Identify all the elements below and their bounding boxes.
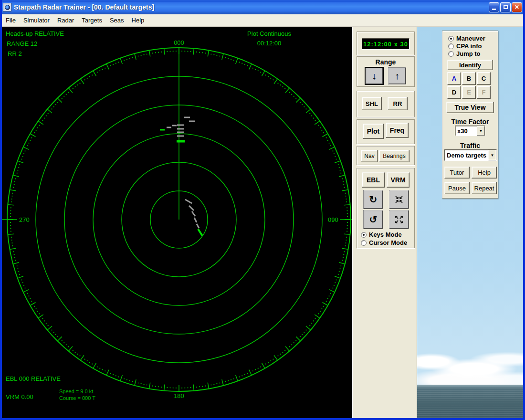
range-down-button[interactable]: ↓ — [366, 68, 383, 84]
bearings-button[interactable]: Bearings — [379, 150, 410, 162]
menu-simulator[interactable]: Simulator — [20, 15, 53, 25]
traffic-label: Traffic — [442, 142, 498, 149]
repeat-button[interactable]: Repeat — [472, 182, 497, 194]
cursor-mode-radio[interactable]: Cursor Mode — [361, 239, 407, 246]
expand-arrows-icon — [394, 215, 404, 224]
rotate-cw-button[interactable]: ↻ — [364, 190, 383, 209]
close-icon[interactable]: ✕ — [512, 2, 522, 12]
radio-icon — [448, 43, 454, 49]
jump-to-label: Jump to — [456, 50, 481, 57]
plot-mode-readout: Plot Continuous — [217, 30, 322, 37]
freq-button[interactable]: Freq — [386, 123, 409, 138]
window-title: Starpath Radar Trainer - [00. Default ta… — [14, 3, 489, 11]
traffic-select[interactable]: Demo targets ▼ — [444, 149, 497, 161]
range-group: Range ↓ ↑ — [357, 56, 415, 87]
clouds-image — [417, 347, 523, 387]
vrm-decrease-button[interactable] — [389, 190, 409, 209]
svg-text:180: 180 — [174, 392, 184, 399]
arrow-up-icon: ↑ — [395, 71, 399, 82]
cursor-mode-label: Cursor Mode — [369, 239, 407, 246]
tutor-button[interactable]: Tutor — [444, 167, 470, 178]
ebl-button[interactable]: EBL — [362, 172, 385, 188]
keys-mode-radio[interactable]: Keys Mode — [361, 231, 402, 238]
jump-to-radio[interactable]: Jump to — [448, 50, 481, 57]
radio-icon — [448, 36, 454, 42]
target-a-button[interactable]: A — [447, 72, 461, 85]
maximize-icon[interactable] — [500, 2, 511, 12]
help-button[interactable]: Help — [472, 167, 497, 178]
range-group-label: Range — [357, 58, 414, 66]
time-factor-label: Time Factor — [442, 118, 498, 126]
plot-button[interactable]: Plot — [363, 124, 384, 139]
contract-arrows-icon — [394, 195, 404, 204]
vrm-readout: VRM 0.00 — [6, 393, 33, 400]
target-c-button[interactable]: C — [477, 72, 491, 85]
rr-button[interactable]: RR — [388, 97, 408, 110]
app-icon — [3, 3, 11, 11]
maneuver-radio[interactable]: Maneuver — [448, 35, 485, 42]
time-factor-value: x30 — [455, 127, 477, 135]
cpa-info-label: CPA info — [456, 42, 482, 50]
ownship-course-readout: Course = 000 T — [59, 395, 95, 401]
range-readout: RANGE 12 — [7, 40, 37, 47]
radar-control-panel: 12:12:00 x 30 Range ↓ ↑ SHL RR Plot Freq… — [352, 27, 417, 418]
ownship-speed-readout: Speed = 9.0 kt — [59, 388, 93, 394]
menu-radar[interactable]: Radar — [53, 15, 78, 25]
vrm-increase-button[interactable] — [389, 210, 409, 229]
radio-icon — [448, 51, 454, 57]
true-view-button[interactable]: True View — [446, 102, 494, 113]
svg-text:270: 270 — [19, 216, 30, 223]
title-bar: Starpath Radar Trainer - [00. Default ta… — [0, 0, 525, 14]
svg-text:090: 090 — [328, 216, 338, 223]
traffic-value: Demo targets — [445, 152, 488, 159]
minimize-icon[interactable] — [489, 2, 499, 12]
plot-time-readout: 00:12:00 — [217, 40, 322, 47]
identify-button[interactable]: Identify — [447, 60, 493, 70]
radio-icon — [361, 232, 367, 238]
rotate-ccw-icon: ↺ — [369, 214, 378, 225]
pause-button[interactable]: Pause — [444, 182, 470, 194]
nav-bearings-group: Nav Bearings — [357, 146, 415, 165]
app-window: Starpath Radar Trainer - [00. Default ta… — [0, 0, 525, 420]
plot-freq-group: Plot Freq — [357, 119, 415, 144]
rotate-ccw-button[interactable]: ↺ — [364, 210, 383, 229]
ebl-readout: EBL 000 RELATIVE — [6, 375, 61, 382]
heading-mode-readout: Heads-up RELATIVE — [6, 30, 64, 37]
dropdown-arrow-icon[interactable]: ▼ — [488, 150, 496, 160]
target-b-button[interactable]: B — [462, 72, 476, 85]
maneuver-panel: Maneuver CPA info Jump to Identify A B C… — [442, 31, 498, 199]
nav-button[interactable]: Nav — [361, 150, 378, 162]
maneuver-label: Maneuver — [456, 35, 485, 42]
target-d-button[interactable]: D — [447, 86, 461, 99]
range-ring-readout: RR 2 — [8, 50, 22, 57]
svg-text:000: 000 — [174, 39, 184, 46]
menu-targets[interactable]: Targets — [78, 15, 106, 25]
clock-group: 12:12:00 x 30 — [357, 32, 415, 55]
menu-seas[interactable]: Seas — [106, 15, 128, 25]
keys-mode-label: Keys Mode — [369, 231, 402, 238]
menu-bar: File Simulator Radar Targets Seas Help — [0, 14, 525, 27]
dropdown-arrow-icon[interactable]: ▼ — [477, 126, 485, 136]
arrow-down-icon: ↓ — [372, 71, 377, 82]
target-f-button: F — [477, 86, 491, 99]
radio-icon — [361, 240, 367, 246]
radar-scope[interactable]: 000180270090 Heads-up RELATIVE RANGE 12 … — [2, 27, 352, 418]
cpa-info-radio[interactable]: CPA info — [448, 42, 482, 50]
shl-button[interactable]: SHL — [362, 97, 382, 110]
shl-rr-group: SHL RR — [357, 91, 415, 117]
ebl-vrm-group: EBL VRM ↻ ↺ Keys Mode — [357, 168, 415, 248]
target-e-button: E — [462, 86, 476, 99]
sea-image — [417, 385, 523, 418]
rotate-cw-icon: ↻ — [369, 194, 378, 205]
time-factor-select[interactable]: x30 ▼ — [455, 126, 485, 136]
range-up-button[interactable]: ↑ — [388, 68, 406, 84]
menu-file[interactable]: File — [2, 15, 20, 25]
menu-help[interactable]: Help — [128, 15, 148, 25]
scene-panel: Maneuver CPA info Jump to Identify A B C… — [417, 27, 523, 418]
simulation-clock: 12:12:00 x 30 — [362, 38, 410, 50]
vrm-button[interactable]: VRM — [387, 172, 410, 188]
radar-rings: 000180270090 — [2, 27, 352, 418]
